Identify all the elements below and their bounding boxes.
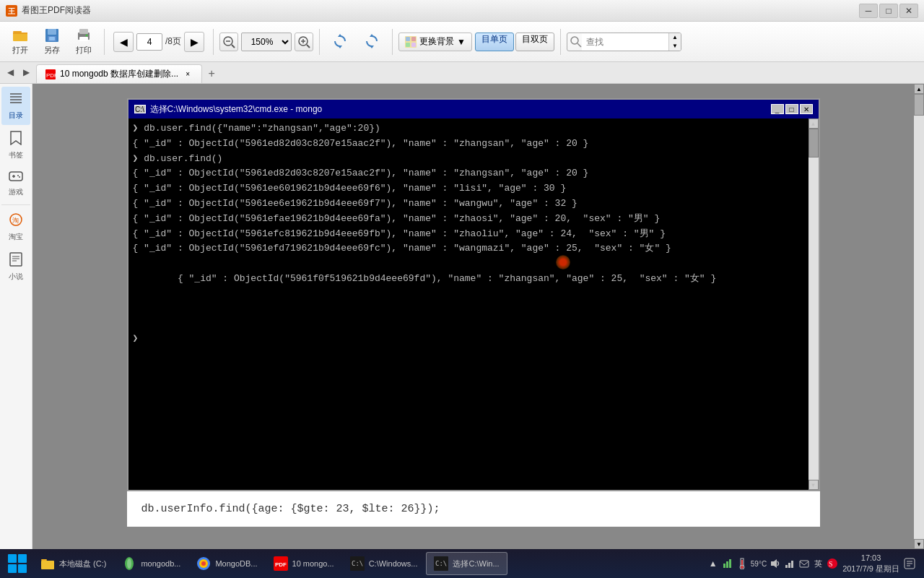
scrollbar-up-button[interactable]: ▲ [808, 118, 819, 129]
svg-rect-28 [411, 43, 416, 47]
svg-rect-52 [18, 564, 27, 573]
taskbar-item-mongodb1[interactable]: mongodb... [115, 552, 188, 575]
notification-icon[interactable] [798, 558, 810, 569]
forward-button[interactable] [357, 26, 386, 58]
right-scrollbar[interactable]: ▲ ▼ [914, 84, 924, 549]
window-controls: ─ □ ✕ [859, 4, 918, 18]
taskbar-item-label-mongodb2: MongoDB... [215, 559, 257, 568]
sidebar-item-toc[interactable]: 目录 [1, 87, 30, 125]
cmd-close-button[interactable]: ✕ [800, 104, 813, 114]
network-icon[interactable] [784, 558, 796, 569]
sidebar-item-novel[interactable]: 小说 [1, 248, 30, 286]
right-scroll-down-button[interactable]: ▼ [914, 539, 924, 549]
taskbar-item-cmd1[interactable]: C:\ C:\Windows... [343, 552, 425, 575]
cmd-restore-button[interactable]: □ [785, 104, 798, 114]
right-scroll-track[interactable] [914, 94, 924, 539]
cmd-body: ❯ db.user.find({"name":"zhangsan","age":… [128, 118, 819, 490]
search-input[interactable] [582, 33, 668, 51]
clock-date: 2017/7/9 星期日 [842, 564, 899, 574]
single-page-button[interactable]: 目单页 [475, 33, 514, 51]
right-scroll-thumb[interactable] [914, 94, 924, 116]
zoom-in-button[interactable] [295, 33, 313, 51]
sidebar-item-bookmark[interactable]: 书签 [1, 126, 30, 165]
right-scroll-up-button[interactable]: ▲ [914, 84, 924, 94]
svg-line-19 [307, 45, 310, 48]
cmd-scrollbar[interactable]: ▲ ▼ [808, 118, 819, 490]
cmd-title-bar[interactable]: C:\ 选择C:\Windows\system32\cmd.exe - mong… [128, 100, 819, 118]
search-box: ▲ ▼ [567, 33, 681, 51]
svg-text:C:\: C:\ [435, 560, 447, 567]
mongodb-icon-1 [122, 556, 136, 571]
tab-add-button[interactable]: + [202, 64, 221, 83]
svg-rect-75 [788, 563, 790, 568]
svg-point-59 [201, 561, 206, 566]
start-button[interactable] [3, 552, 32, 575]
sidebar-item-taobao[interactable]: 淘 淘宝 [1, 208, 30, 246]
page-input[interactable] [136, 33, 162, 51]
tab-nav-forward[interactable]: ▶ [19, 65, 33, 79]
zoom-area: 150% 100% 125% 200% [219, 33, 313, 51]
svg-rect-2 [13, 31, 22, 33]
taskbar-item-mongodb2[interactable]: MongoDB... [189, 552, 264, 575]
svg-rect-4 [13, 33, 27, 34]
sidebar-item-game[interactable]: 游戏 [1, 166, 30, 202]
taskbar-item-label-mongodb1: mongodb... [141, 559, 180, 568]
svg-rect-27 [406, 43, 410, 47]
svg-rect-10 [79, 29, 88, 34]
browser-icon [196, 556, 211, 571]
refresh-button[interactable] [326, 26, 354, 58]
svg-rect-71 [741, 560, 743, 565]
app-icon: 王 [6, 5, 17, 17]
forward-icon [364, 33, 380, 49]
taskbar-item-pdf[interactable]: PDF 10 mongo... [266, 552, 341, 575]
notification-center-button[interactable] [904, 558, 915, 569]
close-button[interactable]: ✕ [899, 4, 918, 18]
zoom-out-button[interactable] [219, 33, 238, 51]
toolbar: 打开 另存 打印 ◀ /8页 ▶ [0, 22, 924, 62]
prev-page-button[interactable]: ◀ [113, 32, 134, 52]
sougou-icon[interactable]: S [827, 558, 838, 569]
cursor-highlight [556, 255, 570, 269]
svg-point-41 [17, 175, 19, 176]
taskbar-item-cmd2[interactable]: C:\ 选择C:\Win... [426, 552, 507, 575]
save-button[interactable]: 另存 [38, 26, 66, 58]
cmd-minimize-button[interactable]: _ [771, 104, 784, 114]
scrollbar-track[interactable] [808, 129, 819, 480]
bg-change-button[interactable]: 更换背景 ▼ [398, 33, 472, 51]
tab-nav-back[interactable]: ◀ [3, 65, 17, 79]
taskbar-item-file-explorer[interactable]: 本地磁盘 (C:) [33, 552, 113, 575]
cmd-prompt-line: ❯ [133, 332, 814, 347]
zoom-select[interactable]: 150% 100% 125% 200% [241, 33, 292, 51]
svg-rect-38 [9, 172, 22, 181]
search-up-button[interactable]: ▲ [669, 33, 681, 42]
taskbar-clock[interactable]: 17:03 2017/7/9 星期日 [842, 553, 899, 575]
print-button[interactable]: 打印 [69, 26, 98, 58]
scrollbar-thumb[interactable] [808, 129, 819, 158]
main-content[interactable]: C:\ 选择C:\Windows\system32\cmd.exe - mong… [32, 84, 914, 549]
cmd-line-8: { "_id" : ObjectId("5961efd719621b9d4eee… [133, 241, 814, 256]
restore-button[interactable]: □ [879, 4, 898, 18]
title-bar: 王 看图王PDF阅读器 ─ □ ✕ [0, 0, 924, 22]
open-button[interactable]: 打开 [6, 26, 35, 58]
tab-main[interactable]: PDF 10 mongodb 数据库创建删除... × [36, 64, 202, 83]
svg-marker-73 [771, 559, 777, 568]
svg-rect-53 [41, 559, 47, 561]
svg-rect-76 [791, 561, 793, 568]
left-sidebar: 目录 书签 游戏 淘 淘宝 [0, 84, 32, 549]
tab-close-button[interactable]: × [183, 69, 193, 79]
search-down-button[interactable]: ▼ [669, 42, 681, 51]
cmd-title-icon: C:\ [134, 105, 146, 113]
taskbar-item-label-explorer: 本地磁盘 (C:) [59, 558, 106, 569]
cmd-icon-2: C:\ [434, 556, 448, 571]
volume-icon[interactable] [770, 558, 781, 569]
scrollbar-down-button[interactable]: ▼ [808, 480, 819, 490]
cmd-icon-1: C:\ [350, 556, 365, 571]
separator-3 [319, 29, 320, 55]
minimize-button[interactable]: ─ [859, 4, 878, 18]
double-page-button[interactable]: 目双页 [515, 33, 554, 51]
svg-marker-22 [370, 46, 374, 48]
svg-rect-26 [411, 37, 416, 41]
page-total: /8页 [165, 35, 181, 48]
tray-expand-button[interactable]: ▲ [707, 558, 719, 569]
next-page-button[interactable]: ▶ [184, 32, 204, 52]
